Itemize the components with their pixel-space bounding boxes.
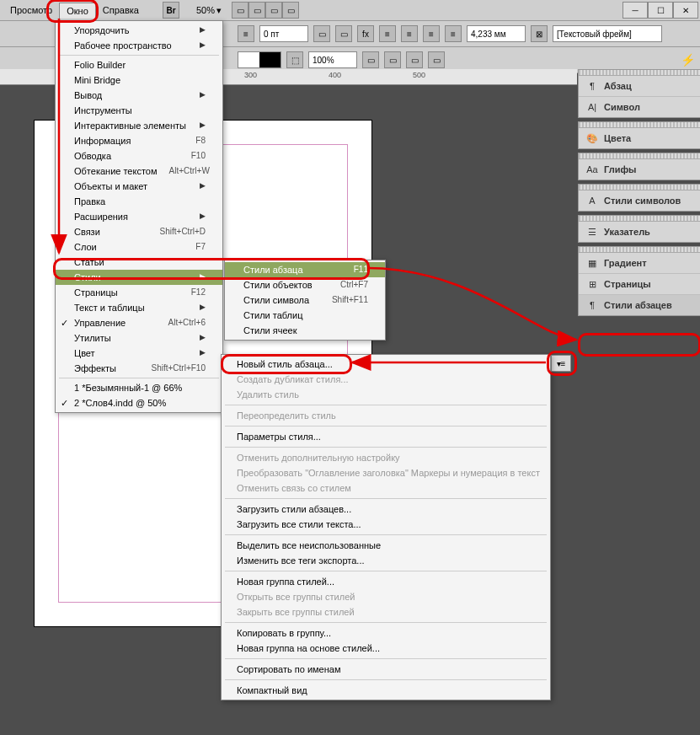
menu-item[interactable]: Стили▶: [56, 270, 222, 285]
context-menu-item[interactable]: Новая группа на основе стилей...: [222, 641, 550, 656]
menu-item[interactable]: ЭффектыShift+Ctrl+F10: [56, 361, 222, 376]
fx-icon[interactable]: fx: [357, 25, 374, 42]
menu-item[interactable]: Статьи: [56, 255, 222, 270]
panel-tab[interactable]: AСтили символов: [579, 190, 700, 211]
zoom-level[interactable]: 50%: [196, 5, 215, 15]
misc1-icon[interactable]: ▭: [362, 51, 379, 68]
menu-item[interactable]: СвязиShift+Ctrl+D: [56, 224, 222, 239]
menu-item[interactable]: Текст и таблицы▶: [56, 300, 222, 315]
menu-item[interactable]: ✓2 *Слов4.indd @ 50%: [56, 395, 222, 410]
menubar: Просмотр Окно Справка Br 50% ▾ ▭ ▭ ▭ ▭ К…: [0, 0, 700, 21]
panel-icon: A: [585, 195, 599, 207]
window-menu-dropdown: Упорядочить▶Рабочее пространство▶Folio B…: [55, 20, 223, 413]
context-menu-item[interactable]: Загрузить все стили текста...: [222, 517, 550, 532]
bridge-icon[interactable]: Br: [163, 2, 179, 19]
panel-group: ▦Градиент⊞Страницы¶Стили абзацев: [578, 246, 700, 316]
tool-b-icon[interactable]: ▭: [335, 25, 352, 42]
context-menu-item[interactable]: Загрузить стили абзацев...: [222, 502, 550, 517]
panel-group: 🎨Цвета: [578, 121, 700, 149]
lightning-icon[interactable]: ⚡: [680, 52, 695, 67]
panel-tab[interactable]: ⊞Страницы: [579, 274, 700, 295]
menu-item[interactable]: Интерактивные элементы▶: [56, 118, 222, 133]
menu-item[interactable]: ✓УправлениеAlt+Ctrl+6: [56, 315, 222, 330]
menu-item[interactable]: Mini Bridge: [56, 72, 222, 88]
minimize-button[interactable]: ─: [623, 2, 648, 19]
panel-label: Стили символов: [604, 196, 681, 206]
screen-mode-icon[interactable]: ▭: [232, 2, 248, 19]
menu-item[interactable]: Утилиты▶: [56, 330, 222, 346]
stroke-pt[interactable]: 0 пт: [259, 25, 308, 42]
panel-tab[interactable]: ¶Стили абзацев: [579, 295, 700, 315]
align2-icon[interactable]: ≡: [401, 25, 418, 42]
context-menu-item: Преобразовать "Оглавление заголовка" Мар…: [222, 465, 550, 480]
scale-icon[interactable]: ⬚: [286, 51, 303, 68]
menu-item[interactable]: Цвет▶: [56, 346, 222, 361]
menu-item[interactable]: Упорядочить▶: [56, 23, 222, 38]
menu-view[interactable]: Просмотр: [3, 3, 59, 18]
arrange3-icon[interactable]: ▭: [282, 2, 299, 19]
menu-item[interactable]: СтраницыF12: [56, 285, 222, 300]
styles-submenu: Стили абзацаF11Стили объектовCtrl+F7Стил…: [224, 260, 386, 341]
panel-tab[interactable]: ☰Указатель: [579, 222, 700, 242]
panel-label: Абзац: [604, 81, 632, 91]
context-menu-item[interactable]: Сортировать по именам: [222, 662, 550, 677]
mm-field[interactable]: 4,233 мм: [467, 25, 526, 42]
context-menu-item: Закрыть все группы стилей: [222, 604, 550, 620]
align3-icon[interactable]: ≡: [423, 25, 440, 42]
submenu-item[interactable]: Стили ячеек: [225, 323, 385, 338]
misc4-icon[interactable]: ▭: [428, 51, 445, 68]
context-menu-item: Отменить связь со стилем: [222, 480, 550, 496]
misc3-icon[interactable]: ▭: [406, 51, 423, 68]
arrange-icon[interactable]: ▭: [248, 2, 265, 19]
context-menu-item: Удалить стиль: [222, 387, 550, 402]
menu-item[interactable]: СлоиF7: [56, 239, 222, 255]
menu-item[interactable]: Расширения▶: [56, 209, 222, 224]
menu-item[interactable]: Правка: [56, 194, 222, 209]
submenu-item[interactable]: Стили символаShift+F11: [225, 292, 385, 308]
context-menu-item[interactable]: Новая группа стилей...: [222, 574, 550, 589]
context-menu-item[interactable]: Выделить все неиспользованные: [222, 538, 550, 553]
align4-icon[interactable]: ≡: [445, 25, 462, 42]
context-menu-item[interactable]: Изменить все теги экспорта...: [222, 553, 550, 568]
menu-item[interactable]: Folio Builder: [56, 57, 222, 72]
scale-field[interactable]: 100%: [308, 51, 357, 68]
arrange2-icon[interactable]: ▭: [265, 2, 282, 19]
menu-help[interactable]: Справка: [96, 3, 146, 18]
menu-window[interactable]: Окно: [59, 3, 96, 19]
context-menu-item[interactable]: Копировать в группу...: [222, 625, 550, 641]
close-button[interactable]: ✕: [673, 2, 698, 19]
panel-tab[interactable]: 🎨Цвета: [579, 128, 700, 148]
menu-item[interactable]: Рабочее пространство▶: [56, 38, 222, 53]
panel-tab[interactable]: ▦Градиент: [579, 253, 700, 274]
submenu-item[interactable]: Стили абзацаF11: [225, 262, 385, 277]
menu-item[interactable]: ИнформацияF8: [56, 133, 222, 148]
context-menu-item[interactable]: Новый стиль абзаца...: [222, 357, 550, 372]
panel-group: ☰Указатель: [578, 215, 700, 243]
align-icon[interactable]: ≡: [379, 25, 396, 42]
menu-item[interactable]: Объекты и макет▶: [56, 179, 222, 194]
panel-label: Страницы: [604, 279, 651, 289]
context-menu-item[interactable]: Компактный вид: [222, 683, 550, 698]
panel-flyout-button[interactable]: ▾≡: [551, 355, 571, 372]
misc2-icon[interactable]: ▭: [384, 51, 401, 68]
panel-icon: 🎨: [585, 132, 599, 144]
maximize-button[interactable]: ☐: [648, 2, 673, 19]
frame-type-icon[interactable]: ⊠: [531, 25, 548, 42]
submenu-item[interactable]: Стили объектовCtrl+F7: [225, 277, 385, 292]
panel-tab[interactable]: A|Символ: [579, 97, 700, 117]
menu-item[interactable]: 1 *Безымянный-1 @ 66%: [56, 380, 222, 395]
panel-tab[interactable]: AaГлифы: [579, 159, 700, 180]
menu-item[interactable]: Обтекание текстомAlt+Ctrl+W: [56, 164, 222, 179]
panel-icon: A|: [585, 101, 599, 113]
menu-item[interactable]: Вывод▶: [56, 88, 222, 103]
submenu-item[interactable]: Стили таблиц: [225, 308, 385, 323]
textframe-field[interactable]: [Текстовый фрейм]: [553, 25, 662, 42]
tool-a-icon[interactable]: ▭: [313, 25, 330, 42]
swatch-fill-stroke[interactable]: [238, 51, 281, 68]
panel-tab[interactable]: ¶Абзац: [579, 76, 700, 97]
stroke-icon[interactable]: ≡: [238, 25, 254, 42]
panel-group: ¶АбзацA|Символ: [578, 69, 700, 118]
menu-item[interactable]: Инструменты: [56, 103, 222, 118]
menu-item[interactable]: ОбводкаF10: [56, 148, 222, 164]
context-menu-item[interactable]: Параметры стиля...: [222, 429, 550, 444]
